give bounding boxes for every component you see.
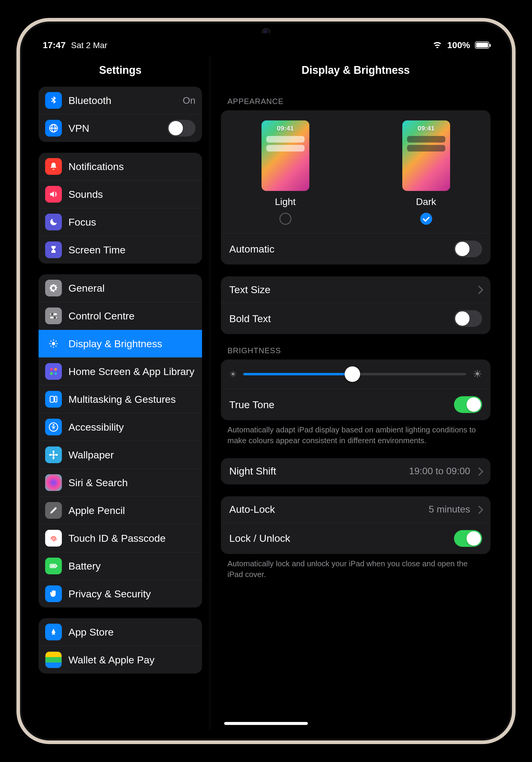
sidebar-item-general[interactable]: General (38, 274, 202, 302)
preview-time: 09:41 (402, 124, 450, 132)
sidebar-item-vpn[interactable]: VPN (38, 114, 202, 142)
fingerprint-icon (45, 530, 62, 547)
sidebar-item-bluetooth[interactable]: Bluetooth On (38, 87, 202, 114)
chevron-right-icon (477, 505, 482, 514)
sidebar-item-label: Apple Pencil (68, 505, 195, 516)
nightshift-label: Night Shift (229, 465, 402, 477)
section-header-brightness: BRIGHTNESS (221, 334, 491, 359)
lockunlock-footer: Automatically lock and unlock your iPad … (221, 554, 491, 580)
gear-icon (45, 280, 62, 296)
sidebar-item-battery[interactable]: Battery (38, 552, 202, 580)
battery-icon-green (45, 558, 62, 574)
sidebar-item-wallet[interactable]: Wallet & Apple Pay (38, 646, 202, 673)
svg-point-5 (51, 313, 54, 316)
sliders-icon (45, 308, 62, 324)
sidebar-item-pencil[interactable]: Apple Pencil (38, 496, 202, 524)
sidebar-item-label: Touch ID & Passcode (68, 532, 195, 544)
sidebar-item-label: Display & Brightness (68, 338, 195, 349)
boldtext-label: Bold Text (229, 313, 447, 325)
nightshift-row[interactable]: Night Shift 19:00 to 09:00 (221, 458, 491, 485)
truetone-row: True Tone (221, 389, 491, 420)
sidebar-item-label: Control Centre (68, 310, 195, 322)
sidebar-item-label: Wallpaper (68, 449, 195, 461)
sidebar-item-homescreen[interactable]: Home Screen & App Library (38, 357, 202, 385)
sidebar-item-multitasking[interactable]: Multitasking & Gestures (38, 385, 202, 413)
autolock-row[interactable]: Auto-Lock 5 minutes (221, 496, 491, 523)
main-panel: Display & Brightness APPEARANCE 09:41 Li… (210, 55, 501, 730)
sidebar-item-privacy[interactable]: Privacy & Security (38, 580, 202, 607)
automatic-label: Automatic (229, 243, 447, 255)
svg-point-23 (52, 424, 54, 426)
sidebar-item-focus[interactable]: Focus (38, 208, 202, 236)
wifi-icon (432, 41, 442, 49)
svg-line-13 (56, 346, 56, 346)
sun-large-icon: ☀ (473, 368, 482, 380)
text-card: Text Size Bold Text (221, 276, 491, 334)
svg-rect-17 (54, 368, 57, 371)
textsize-row[interactable]: Text Size (221, 276, 491, 303)
bell-icon (45, 158, 62, 175)
svg-point-6 (53, 316, 56, 319)
sidebar-item-label: Sounds (68, 189, 195, 200)
sidebar-item-label: Privacy & Security (68, 588, 195, 600)
moon-icon (45, 214, 62, 230)
sidebar-item-screentime[interactable]: Screen Time (38, 236, 202, 264)
truetone-label: True Tone (229, 399, 447, 411)
boldtext-toggle[interactable] (454, 310, 482, 327)
lock-card: Auto-Lock 5 minutes Lock / Unlock (221, 496, 491, 554)
settings-sidebar: Settings Bluetooth On (31, 55, 210, 730)
section-header-appearance: APPEARANCE (221, 85, 491, 110)
siri-icon (45, 474, 62, 491)
svg-line-14 (56, 341, 56, 342)
appstore-icon (45, 624, 62, 641)
truetone-toggle[interactable] (454, 396, 482, 413)
sidebar-item-notifications[interactable]: Notifications (38, 153, 202, 180)
svg-rect-31 (51, 565, 55, 567)
sidebar-item-touchid[interactable]: Touch ID & Passcode (38, 524, 202, 552)
svg-point-26 (52, 456, 54, 459)
sidebar-item-wallpaper[interactable]: Wallpaper (38, 441, 202, 469)
status-time: 17:47 (43, 40, 66, 50)
sidebar-group-alerts: Notifications Sounds Focus (38, 153, 202, 264)
sidebar-group-store: App Store Wallet & Apple Pay (38, 618, 202, 673)
svg-rect-16 (50, 368, 53, 371)
hourglass-icon (45, 242, 62, 258)
home-indicator[interactable] (224, 722, 308, 725)
appearance-option-dark[interactable]: 09:41 Dark (402, 120, 450, 225)
sidebar-item-label: Wallet & Apple Pay (68, 654, 195, 666)
svg-rect-30 (56, 565, 57, 567)
sidebar-item-label: Notifications (68, 161, 195, 173)
appearance-card: 09:41 Light 09:41 (221, 110, 491, 265)
sidebar-item-display[interactable]: Display & Brightness (38, 330, 202, 357)
sidebar-item-siri[interactable]: Siri & Search (38, 469, 202, 496)
vpn-toggle[interactable] (167, 120, 195, 136)
autolock-label: Auto-Lock (229, 503, 422, 515)
sidebar-group-general: General Control Centre Dis (38, 274, 202, 607)
status-bar: 17:47 Sat 2 Mar 100% (31, 34, 501, 55)
sidebar-item-label: General (68, 282, 195, 294)
sidebar-item-label: VPN (68, 122, 161, 134)
sidebar-item-label: Accessibility (68, 421, 195, 433)
appearance-radio-light[interactable] (279, 213, 291, 225)
sidebar-item-accessibility[interactable]: Accessibility (38, 413, 202, 441)
sidebar-group-connectivity: Bluetooth On VPN (38, 87, 202, 142)
appearance-label-light: Light (275, 196, 296, 207)
appearance-radio-dark[interactable] (420, 213, 432, 225)
page-title: Display & Brightness (210, 55, 501, 85)
svg-point-28 (55, 454, 58, 456)
sidebar-item-appstore[interactable]: App Store (38, 618, 202, 646)
nightshift-card: Night Shift 19:00 to 09:00 (221, 458, 491, 485)
sidebar-item-sounds[interactable]: Sounds (38, 180, 202, 208)
appearance-option-light[interactable]: 09:41 Light (262, 120, 309, 225)
svg-rect-21 (55, 396, 57, 402)
brightness-slider[interactable] (243, 373, 466, 375)
lockunlock-toggle[interactable] (454, 530, 482, 547)
automatic-toggle[interactable] (454, 241, 482, 257)
battery-percent: 100% (447, 40, 470, 50)
sidebar-item-controlcentre[interactable]: Control Centre (38, 302, 202, 330)
preview-time: 09:41 (262, 124, 309, 132)
textsize-label: Text Size (229, 284, 470, 295)
svg-rect-18 (50, 372, 53, 375)
screen: 17:47 Sat 2 Mar 100% Settings (31, 34, 501, 730)
speaker-icon (45, 186, 62, 202)
